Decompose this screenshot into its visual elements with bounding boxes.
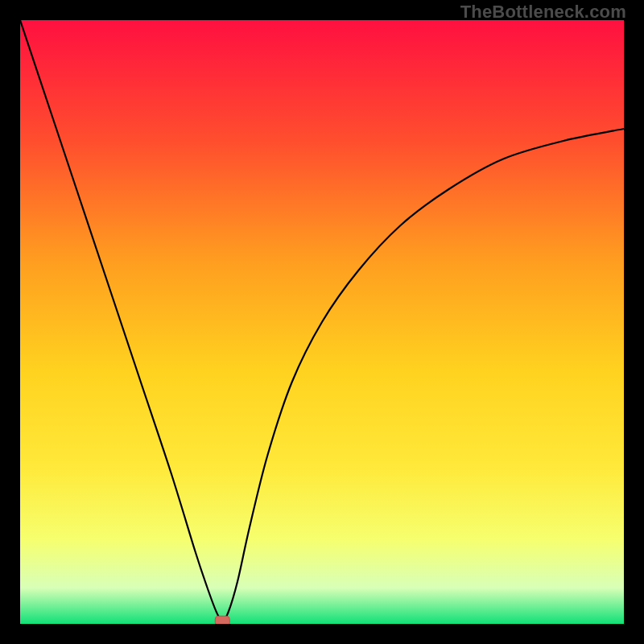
minimum-marker — [215, 616, 229, 624]
plot-frame — [20, 20, 624, 624]
chart-container: TheBottleneck.com — [0, 0, 644, 644]
chart-svg — [20, 20, 624, 624]
